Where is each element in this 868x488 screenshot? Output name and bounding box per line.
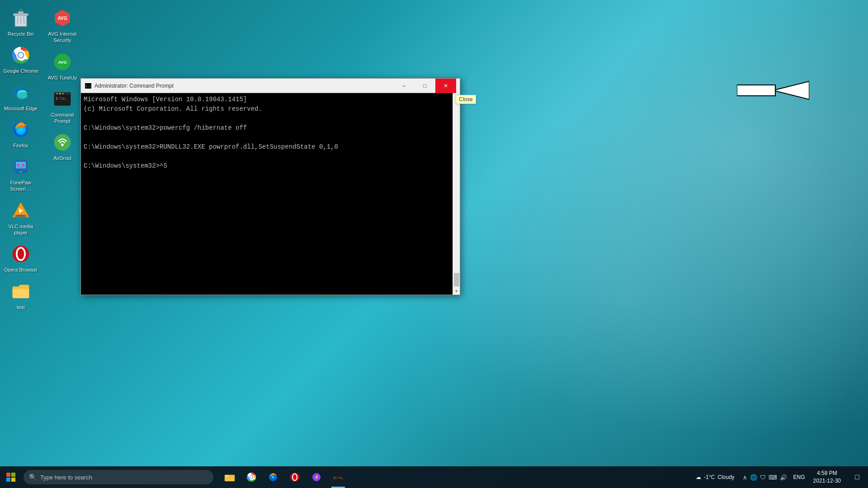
svg-point-16: [22, 164, 25, 167]
tray-network-icon[interactable]: 🌐: [750, 474, 757, 481]
search-placeholder: Type here to search: [40, 474, 92, 481]
svg-point-33: [54, 134, 71, 151]
taskbar-start-button[interactable]: [0, 466, 22, 488]
weather-icon: ☁: [696, 474, 701, 480]
cmd-minimize-btn[interactable]: –: [394, 79, 415, 93]
svg-marker-37: [773, 81, 809, 99]
cmd-line-7: [84, 152, 450, 161]
cmd-titlebar-icon: C:\>: [85, 82, 92, 89]
fonepaw-label: FonePaw Screen ...: [3, 179, 39, 192]
microsoft-edge-label: Microsoft Edge: [4, 105, 37, 112]
cmd-line-4: C:\Windows\system32>powercfg /hibernate …: [84, 123, 450, 133]
google-chrome-icon: [11, 45, 31, 65]
cmd-line-3: [84, 114, 450, 123]
system-tray: ☁ -1°C Cloudy ∧ 🌐 🛡 ⌨ 🔊 ENG 4:58 PM 2021…: [691, 466, 868, 488]
svg-rect-38: [737, 85, 775, 96]
chrome-taskbar-icon: [246, 472, 257, 483]
taskbar-file-explorer[interactable]: [219, 466, 241, 488]
airdroid-label: AirDroid: [53, 155, 71, 161]
opera-label: Opera Browser: [4, 267, 38, 273]
google-chrome-label: Google Chrome: [3, 68, 38, 74]
svg-text:C:\>_: C:\>_: [334, 476, 344, 480]
taskbar-apps: ⚡ C:\>_: [219, 466, 349, 488]
cmd-maximize-btn[interactable]: □: [415, 79, 435, 93]
tray-temperature: -1°C: [704, 474, 715, 480]
cmd-close-btn[interactable]: ✕: [435, 79, 456, 93]
tray-weather[interactable]: ☁ -1°C Cloudy: [691, 474, 739, 480]
tray-weather-text: Cloudy: [717, 474, 734, 480]
svg-text:C:\>_: C:\>_: [56, 97, 67, 101]
svg-rect-20: [17, 216, 25, 216]
taskbar: 🔍 Type here to search: [0, 466, 868, 488]
desktop-icon-test-folder[interactable]: test: [0, 277, 41, 314]
tray-icons: ∧ 🌐 🛡 ⌨ 🔊: [739, 474, 791, 481]
desktop-icon-fonepaw[interactable]: FonePaw Screen ...: [0, 152, 41, 196]
desktop-icon-recycle-bin[interactable]: Recycle Bin: [0, 4, 41, 41]
desktop-icon-avg-internet[interactable]: AVG AVG Internet Security: [42, 4, 83, 47]
tray-battery-icon[interactable]: ⌨: [769, 474, 777, 481]
file-explorer-icon: [224, 472, 235, 482]
svg-point-11: [19, 127, 24, 132]
taskbar-search[interactable]: 🔍 Type here to search: [24, 470, 213, 484]
cmd-titlebar[interactable]: C:\> Administrator: Command Prompt – □ ✕: [81, 79, 460, 93]
arrow-annotation: [737, 72, 809, 110]
taskbar-cmd[interactable]: C:\>_: [327, 466, 349, 488]
vlc-icon: [11, 201, 31, 221]
tray-notification-button[interactable]: □: [846, 466, 868, 488]
taskbar-opera[interactable]: [284, 466, 306, 488]
svg-point-30: [59, 93, 61, 94]
airdroid-icon: [52, 132, 72, 152]
tray-clock[interactable]: 4:58 PM 2021-12-30: [808, 469, 846, 485]
desktop-icons-col1: Recycle Bin Google Chrome: [0, 0, 42, 314]
cmd-scroll-down[interactable]: ▼: [453, 287, 460, 295]
desktop: Recycle Bin Google Chrome: [0, 0, 868, 488]
desktop-icon-avg-tuneup[interactable]: AVG AVG TuneUp: [42, 47, 83, 84]
fonepaw-icon: [11, 157, 31, 177]
svg-point-45: [272, 476, 274, 479]
svg-point-8: [19, 53, 24, 58]
cmd-scrollbar[interactable]: ▲ ▼: [453, 93, 460, 295]
taskbar-firefox[interactable]: [262, 466, 284, 488]
firefox-label: Firefox: [13, 142, 28, 149]
svg-point-31: [62, 93, 64, 94]
cmd-scrollbar-thumb[interactable]: [454, 273, 459, 286]
tray-security-icon[interactable]: 🛡: [760, 474, 766, 481]
cmd-body: Microsoft Windows [Version 10.0.19043.14…: [81, 93, 460, 295]
desktop-icon-firefox[interactable]: Firefox: [0, 115, 41, 152]
windows-logo-icon: [6, 473, 15, 482]
desktop-icon-microsoft-edge[interactable]: Microsoft Edge: [0, 78, 41, 115]
svg-point-15: [17, 164, 20, 167]
desktop-icon-opera[interactable]: Opera Browser: [0, 239, 41, 277]
avg-internet-icon: AVG: [52, 8, 72, 28]
desktop-icon-airdroid[interactable]: AirDroid: [42, 128, 83, 165]
svg-rect-40: [225, 475, 229, 477]
cmd-controls: – □ ✕: [394, 79, 456, 93]
svg-text:C:\>: C:\>: [85, 84, 92, 88]
cmd-window[interactable]: C:\> Administrator: Command Prompt – □ ✕…: [80, 78, 460, 295]
opera-icon: [11, 244, 31, 264]
svg-line-3: [18, 16, 18, 23]
test-folder-label: test: [17, 304, 25, 310]
cmd-titlebar-title: Administrator: Command Prompt: [94, 83, 394, 89]
cmd-line-8: C:\Windows\system32>^S: [84, 161, 450, 171]
search-icon: 🔍: [29, 474, 37, 481]
tray-volume-icon[interactable]: 🔊: [780, 474, 787, 481]
cmd-line-2: (c) Microsoft Corporation. All rights re…: [84, 104, 450, 114]
desktop-icon-command-prompt[interactable]: C:\>_ Command Prompt: [42, 84, 83, 128]
avg-tuneup-label: AVG TuneUp: [48, 75, 77, 81]
taskbar-chrome[interactable]: [241, 466, 262, 488]
tray-language[interactable]: ENG: [791, 474, 808, 480]
desktop-icon-google-chrome[interactable]: Google Chrome: [0, 41, 41, 78]
tray-time: 4:58 PM: [817, 469, 837, 477]
taskbar-app5[interactable]: ⚡: [306, 466, 327, 488]
close-tooltip-text: Close: [459, 96, 473, 103]
recycle-bin-label: Recycle Bin: [8, 31, 34, 37]
tray-arrow-icon[interactable]: ∧: [743, 474, 747, 481]
svg-text:AVG: AVG: [57, 16, 67, 21]
cmd-content[interactable]: Microsoft Windows [Version 10.0.19043.14…: [81, 93, 453, 295]
svg-text:AVG: AVG: [58, 60, 66, 64]
desktop-icon-vlc[interactable]: VLC media player: [0, 196, 41, 240]
tray-date: 2021-12-30: [813, 477, 841, 485]
command-prompt-icon: C:\>_: [52, 89, 72, 109]
opera-taskbar-icon: [289, 472, 300, 483]
